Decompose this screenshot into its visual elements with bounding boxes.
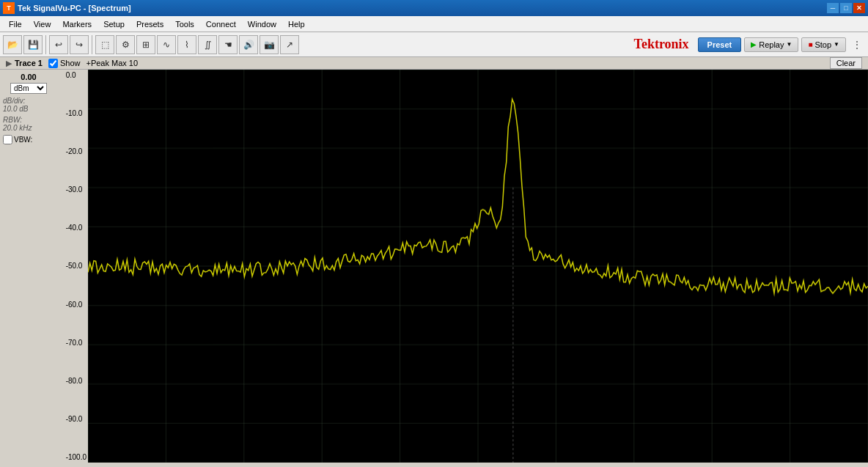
menu-item-file[interactable]: File: [3, 18, 28, 30]
db-div-label: dB/div:: [3, 97, 26, 105]
y-label-6: -60.0: [66, 301, 87, 309]
toolbar-grid[interactable]: ⊞: [136, 35, 155, 54]
toolbar-sep-2: [92, 35, 92, 54]
menu-item-markers[interactable]: Markers: [56, 18, 98, 30]
y-label-1: -10.0: [66, 109, 87, 117]
trace-expand-icon[interactable]: ▶: [6, 59, 12, 68]
menu-item-tools[interactable]: Tools: [169, 18, 200, 30]
peak-info: +Peak Max 10: [86, 59, 138, 67]
toolbar-right: Tektronix Preset ▶ Replay ▼ ■ Stop ▼ ⋮: [634, 37, 865, 52]
toolbar-camera[interactable]: 📷: [260, 35, 279, 54]
menu-item-connect[interactable]: Connect: [200, 18, 242, 30]
window-controls: ─ □ ✕: [827, 3, 865, 13]
rbw-label: RBW:: [3, 116, 22, 124]
rbw-value: 20.0 kHz: [3, 124, 32, 132]
db-div-value: 10.0 dB: [3, 105, 28, 113]
toolbar-export[interactable]: ↗: [280, 35, 299, 54]
toolbar-copy[interactable]: ⬚: [95, 35, 114, 54]
y-label-5: -50.0: [66, 262, 87, 270]
stop-label: Stop: [814, 40, 831, 49]
titlebar: T Tek SignalVu-PC - [Spectrum] ─ □ ✕: [0, 0, 868, 16]
trace-header: ▶ Trace 1 Show +Peak Max 10 Clear: [0, 57, 868, 70]
show-checkbox-group: Show: [48, 59, 81, 68]
menu-item-presets[interactable]: Presets: [130, 18, 169, 30]
toolbar-redo[interactable]: ↪: [70, 35, 89, 54]
spectrum-canvas: [88, 70, 868, 463]
toolbar-sep-1: [45, 35, 46, 54]
app-icon: T: [3, 2, 15, 14]
toolbar-wave2[interactable]: ⌇: [177, 35, 196, 54]
menu-item-setup[interactable]: Setup: [98, 18, 130, 30]
toolbar-wave3[interactable]: ∬: [198, 35, 217, 54]
rbw-param: RBW: 20.0 kHz: [3, 116, 54, 132]
replay-button[interactable]: ▶ Replay ▼: [744, 37, 798, 52]
unit-select[interactable]: dBm dBW Watts: [10, 83, 47, 94]
toolbar-wave1[interactable]: ∿: [157, 35, 176, 54]
spectrum-plot[interactable]: [88, 70, 868, 463]
menu-item-view[interactable]: View: [28, 18, 57, 30]
menu-item-window[interactable]: Window: [242, 18, 282, 30]
stop-dropdown-icon[interactable]: ▼: [834, 41, 839, 48]
show-label: Show: [60, 59, 81, 67]
y-label-9: -90.0: [66, 415, 87, 423]
clear-button[interactable]: Clear: [830, 57, 862, 69]
ref-value: 0.00: [3, 73, 54, 81]
y-label-0: 0.0: [66, 71, 87, 79]
main-area: ▶ Trace 1 Show +Peak Max 10 Clear 0.00 d…: [0, 57, 868, 467]
show-checkbox[interactable]: [48, 59, 58, 68]
more-button[interactable]: ⋮: [849, 39, 865, 51]
toolbar-undo[interactable]: ↩: [49, 35, 68, 54]
x-axis-container: Autoscale ⟵ Start 432.920 MHz Stop 434.9…: [0, 463, 868, 467]
close-button[interactable]: ✕: [853, 3, 865, 13]
stop-icon: ■: [808, 40, 812, 48]
y-label-8: -80.0: [66, 377, 87, 385]
menu-item-help[interactable]: Help: [282, 18, 311, 30]
replay-label: Replay: [759, 40, 784, 49]
window-title: Tek SignalVu-PC - [Spectrum]: [18, 4, 827, 12]
vbw-group: VBW:: [3, 135, 54, 144]
replay-arrow-icon: ▶: [751, 40, 757, 48]
plot-container: 0.00 dBm dBW Watts dB/div: 10.0 dB RBW: …: [0, 70, 868, 463]
y-label-2: -20.0: [66, 147, 87, 155]
menubar: FileViewMarkersSetupPresetsToolsConnectW…: [0, 16, 868, 32]
minimize-button[interactable]: ─: [827, 3, 839, 13]
toolbar-open[interactable]: 📂: [3, 35, 22, 54]
y-label-4: -40.0: [66, 224, 87, 232]
y-label-7: -70.0: [66, 339, 87, 347]
toolbar-audio[interactable]: 🔊: [239, 35, 258, 54]
db-div-param: dB/div: 10.0 dB: [3, 97, 54, 113]
y-label-10: -100.0: [66, 453, 87, 461]
y-label-3: -30.0: [66, 185, 87, 194]
toolbar-save[interactable]: 💾: [23, 35, 43, 54]
replay-dropdown-icon[interactable]: ▼: [786, 41, 792, 48]
restore-button[interactable]: □: [840, 3, 852, 13]
x-axis: ⟵ Start 432.920 MHz Stop 434.920 MHz ⟶: [0, 463, 868, 467]
stop-button[interactable]: ■ Stop ▼: [801, 37, 846, 52]
toolbar-settings[interactable]: ⚙: [116, 35, 135, 54]
y-numeric-labels: 0.0 -10.0 -20.0 -30.0 -40.0 -50.0 -60.0 …: [57, 70, 88, 463]
preset-button[interactable]: Preset: [698, 37, 742, 52]
vbw-checkbox[interactable]: [3, 135, 12, 144]
vbw-label: VBW:: [14, 136, 32, 144]
toolbar-hand[interactable]: ☚: [218, 35, 238, 54]
toolbar: 📂 💾 ↩ ↪ ⬚ ⚙ ⊞ ∿ ⌇ ∬ ☚ 🔊 📷 ↗ Tektronix Pr…: [0, 32, 868, 57]
trace-name: Trace 1: [15, 59, 43, 67]
y-axis-sidebar: 0.00 dBm dBW Watts dB/div: 10.0 dB RBW: …: [0, 70, 57, 463]
tektronix-logo: Tektronix: [634, 37, 689, 52]
